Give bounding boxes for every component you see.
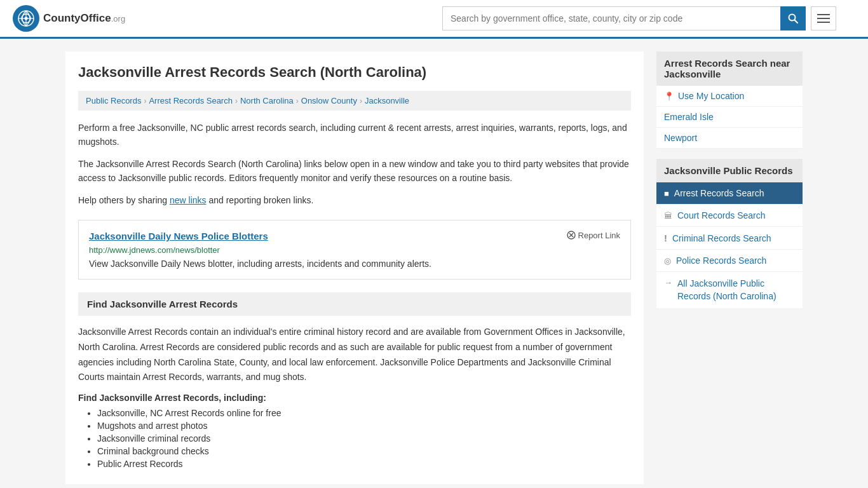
breadcrumb-arrest-records[interactable]: Arrest Records Search xyxy=(149,96,233,105)
report-link-label: Report Link xyxy=(578,231,620,240)
svg-line-6 xyxy=(795,20,798,24)
find-list-heading: Find Jacksonville Arrest Records, includ… xyxy=(78,393,631,403)
list-item: Jacksonville, NC Arrest Records online f… xyxy=(97,408,631,418)
content-area: Jacksonville Arrest Records Search (Nort… xyxy=(65,51,644,484)
breadcrumb-onslow[interactable]: Onslow County xyxy=(301,96,357,105)
sidebar-item-criminal-records[interactable]: ! Criminal Records Search xyxy=(656,227,803,250)
list-item: Public Arrest Records xyxy=(97,459,631,469)
logo-text: CountyOffice.org xyxy=(43,12,125,25)
menu-line xyxy=(817,22,830,23)
police-records-icon: ◎ xyxy=(664,256,671,266)
sidebar-item-court-records[interactable]: 🏛 Court Records Search xyxy=(656,205,803,227)
arrest-records-icon: ■ xyxy=(664,189,669,198)
newport-link[interactable]: Newport xyxy=(664,133,697,143)
sidebar-nearby-section: Arrest Records Search near Jacksonville … xyxy=(656,51,803,149)
sidebar-public-records-section: Jacksonville Public Records ■ Arrest Rec… xyxy=(656,159,803,308)
breadcrumb-sep: › xyxy=(144,97,146,105)
sidebar-item-arrest-records[interactable]: ■ Arrest Records Search xyxy=(656,182,803,205)
link-card-header: Jacksonville Daily News Police Blotters … xyxy=(89,231,620,241)
description-3: Help others by sharing new links and rep… xyxy=(78,193,631,207)
criminal-records-link[interactable]: Criminal Records Search xyxy=(672,233,771,243)
link-card: Jacksonville Daily News Police Blotters … xyxy=(78,220,631,280)
court-records-link[interactable]: Court Records Search xyxy=(677,210,766,220)
breadcrumb-public-records[interactable]: Public Records xyxy=(86,96,141,105)
criminal-records-icon: ! xyxy=(664,233,667,243)
search-icon xyxy=(788,13,798,24)
court-records-icon: 🏛 xyxy=(664,211,672,220)
menu-line xyxy=(817,14,830,15)
breadcrumb-sep: › xyxy=(235,97,238,105)
menu-button[interactable] xyxy=(811,6,836,30)
link-card-title[interactable]: Jacksonville Daily News Police Blotters xyxy=(89,231,268,241)
sidebar-nearby-title: Arrest Records Search near Jacksonville xyxy=(656,51,803,86)
description-2: The Jacksonville Arrest Records Search (… xyxy=(78,157,631,186)
page-title: Jacksonville Arrest Records Search (Nort… xyxy=(78,64,631,81)
list-item: Jacksonville criminal records xyxy=(97,433,631,444)
breadcrumb-sep: › xyxy=(296,97,299,105)
description-1: Perform a free Jacksonville, NC public a… xyxy=(78,121,631,149)
search-button[interactable] xyxy=(780,6,806,30)
sidebar: Arrest Records Search near Jacksonville … xyxy=(656,51,803,484)
list-item: Criminal background checks xyxy=(97,446,631,456)
report-link-button[interactable]: Report Link xyxy=(567,231,620,240)
link-card-desc: View Jacksonville Daily News blotter, in… xyxy=(89,259,620,269)
breadcrumb-nc[interactable]: North Carolina xyxy=(240,96,294,105)
search-input[interactable] xyxy=(442,6,780,30)
report-icon xyxy=(567,231,576,240)
main-container: Jacksonville Arrest Records Search (Nort… xyxy=(53,39,815,488)
list-item: Mugshots and arrest photos xyxy=(97,421,631,431)
sidebar-public-records-title: Jacksonville Public Records xyxy=(656,159,803,182)
search-area xyxy=(442,6,836,30)
arrow-icon: → xyxy=(664,278,672,287)
sidebar-all-records-item[interactable]: → All Jacksonville Public Records (North… xyxy=(656,272,803,308)
svg-point-4 xyxy=(25,17,28,20)
all-records-link[interactable]: All Jacksonville Public Records (North C… xyxy=(677,278,795,302)
link-card-url: http://www.jdnews.com/news/blotter xyxy=(89,245,620,255)
newport-item[interactable]: Newport xyxy=(656,128,803,149)
record-list: Jacksonville, NC Arrest Records online f… xyxy=(78,408,631,469)
use-my-location-item[interactable]: 📍 Use My Location xyxy=(656,86,803,107)
breadcrumb-sep: › xyxy=(360,97,362,105)
breadcrumb: Public Records › Arrest Records Search ›… xyxy=(78,91,631,111)
menu-line xyxy=(817,18,830,19)
find-section-header: Find Jacksonville Arrest Records xyxy=(78,292,631,316)
emerald-isle-link[interactable]: Emerald Isle xyxy=(664,112,714,122)
breadcrumb-jacksonville[interactable]: Jacksonville xyxy=(365,96,409,105)
police-records-link[interactable]: Police Records Search xyxy=(676,255,766,266)
site-header: CountyOffice.org xyxy=(0,0,868,39)
find-section-body: Jacksonville Arrest Records contain an i… xyxy=(78,325,631,385)
location-pin-icon: 📍 xyxy=(664,92,674,101)
arrest-records-link[interactable]: Arrest Records Search xyxy=(674,188,764,198)
sidebar-item-police-records[interactable]: ◎ Police Records Search xyxy=(656,250,803,272)
logo-area: CountyOffice.org xyxy=(13,5,125,32)
emerald-isle-item[interactable]: Emerald Isle xyxy=(656,107,803,128)
logo-icon xyxy=(13,5,39,32)
use-my-location-link[interactable]: Use My Location xyxy=(678,91,744,101)
new-links-link[interactable]: new links xyxy=(170,195,207,205)
